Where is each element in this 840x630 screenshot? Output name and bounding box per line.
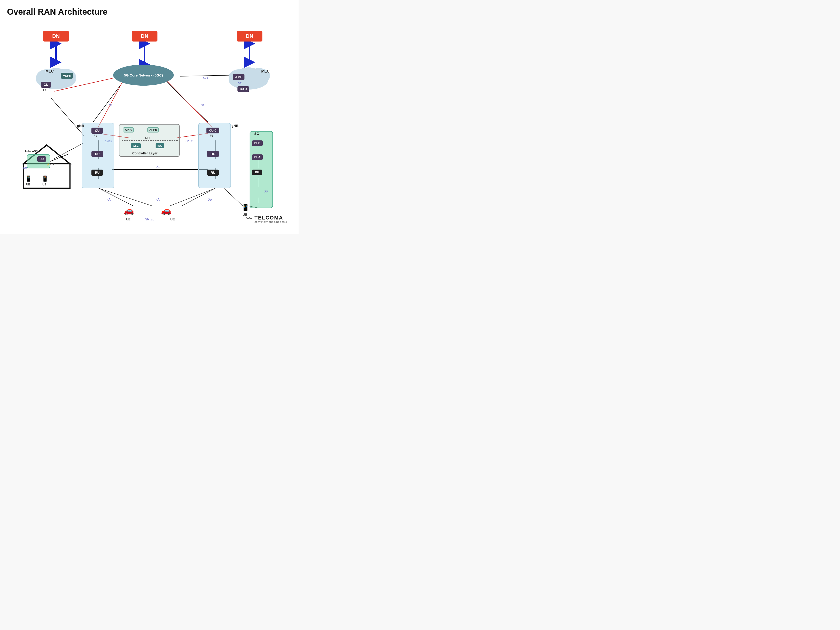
core-network: 5G Core Network (5GC) bbox=[113, 65, 174, 85]
svg-point-43 bbox=[248, 218, 249, 219]
uu-bottom-right: Uu bbox=[208, 197, 212, 201]
app1-box: APP₁ bbox=[123, 127, 134, 133]
uu-indoor: Uu bbox=[23, 166, 27, 170]
du-gnb-left: DU bbox=[92, 151, 103, 157]
cu-mec-left: CU bbox=[41, 82, 51, 88]
svg-line-25 bbox=[224, 188, 243, 206]
svg-line-7 bbox=[93, 81, 124, 122]
svg-line-21 bbox=[99, 188, 133, 206]
ru-gnb-right: RU bbox=[207, 170, 219, 176]
mec-right-cloud bbox=[225, 60, 272, 90]
f1-mec-left: F1 bbox=[43, 88, 46, 92]
ue-house-left: 📱 bbox=[25, 175, 32, 182]
svg-line-8 bbox=[166, 81, 208, 122]
ng-label-top: NG bbox=[203, 76, 208, 80]
isc-box: ISC bbox=[156, 143, 164, 148]
du-indoor: DU bbox=[37, 156, 46, 162]
ue-car-left: UE bbox=[126, 217, 130, 221]
svg-line-22 bbox=[99, 188, 152, 206]
car-right: 🚗 bbox=[161, 206, 171, 216]
dua-box: DUA bbox=[252, 155, 263, 160]
svg-line-24 bbox=[170, 188, 215, 206]
nr-sl-label: NR SL bbox=[145, 217, 154, 221]
du-gnb-right: DU bbox=[207, 151, 219, 157]
uu-sc: Uu bbox=[264, 189, 268, 193]
telcoma-waves-icon bbox=[245, 215, 253, 223]
dn-center: DN bbox=[132, 31, 158, 41]
sc-label: SC bbox=[254, 131, 259, 136]
telcoma-brand-text: TELCOMA bbox=[254, 215, 287, 221]
f1-gnb-left: F1 bbox=[94, 134, 97, 137]
nbi-label: NBI bbox=[145, 136, 150, 140]
gnb-left-label: gNB bbox=[77, 124, 84, 128]
svg-line-23 bbox=[182, 188, 215, 206]
cuu-box: CU-U bbox=[237, 86, 249, 92]
ru-gnb-left: RU bbox=[92, 170, 103, 176]
svg-line-15 bbox=[51, 98, 84, 136]
controller-layer-box: APP₁ APPn NBI XSC ISC Controller Layer bbox=[119, 124, 180, 157]
mec-left-label: MEC bbox=[46, 69, 54, 73]
cu-gnb-left: CU bbox=[92, 128, 103, 134]
telcoma-logo: TELCOMA CERTIFICATIONS SINCE 2009 bbox=[245, 215, 287, 223]
vnfs-box: VNFs bbox=[61, 73, 73, 79]
ue-house-left-label: UE bbox=[26, 183, 30, 186]
car-left: 🚗 bbox=[124, 206, 134, 216]
indoor-sc-label: Indoor-SC bbox=[25, 150, 38, 153]
page-title: Overall RAN Architecture bbox=[7, 7, 292, 17]
ue-house-right-label: UE bbox=[43, 183, 46, 186]
vlc-label: ⚡VLC bbox=[46, 163, 55, 166]
xsc-box: XSC bbox=[131, 143, 141, 148]
ng-label-left: NG bbox=[109, 103, 114, 107]
diagram: DN DN DN MEC VNFs CU F1 MEC AMF NG C bbox=[7, 22, 292, 227]
ng-label-right: NG bbox=[201, 103, 205, 107]
dn-left: DN bbox=[43, 31, 69, 41]
gnb-right-label: gNB bbox=[231, 124, 238, 128]
f1-gnb-right: F1 bbox=[210, 134, 213, 137]
uu-bottom-left: Uu bbox=[107, 197, 112, 201]
cuc-gnb-right: CU-C bbox=[207, 128, 219, 133]
xn-label: Xn bbox=[156, 165, 160, 169]
ue-mobile-right: 📱 bbox=[242, 204, 249, 211]
telcoma-sub-text: CERTIFICATIONS SINCE 2009 bbox=[254, 221, 287, 223]
controller-label: Controller Layer bbox=[132, 152, 158, 155]
uu-bottom-center: Uu bbox=[156, 197, 161, 201]
dub-box: DUB bbox=[252, 141, 263, 146]
mec-right-label: MEC bbox=[261, 69, 270, 73]
ru-sc: RU bbox=[252, 170, 262, 175]
appn-box: APPn bbox=[147, 127, 159, 133]
ue-house-right: 📱 bbox=[41, 175, 49, 182]
amf-box: AMF bbox=[233, 74, 245, 80]
ue-car-right: UE bbox=[170, 217, 175, 221]
ng-amf: NG bbox=[238, 82, 242, 85]
dn-right: DN bbox=[237, 31, 262, 41]
sobi-right: SoBI bbox=[185, 139, 193, 143]
